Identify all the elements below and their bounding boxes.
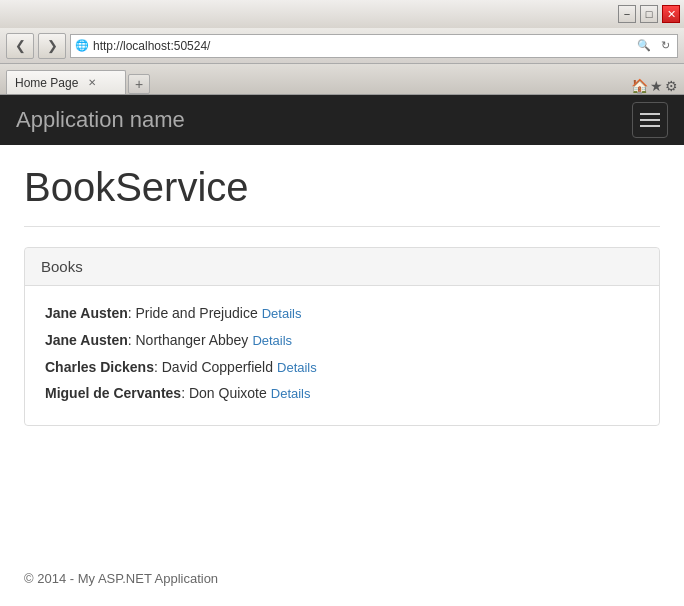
- active-tab[interactable]: Home Page ✕: [6, 70, 126, 94]
- page-icon: 🌐: [75, 39, 89, 52]
- book-title-3: : Don Quixote: [181, 385, 267, 401]
- book-author-2: Charles Dickens: [45, 359, 154, 375]
- address-bar[interactable]: 🌐 http://localhost:50524/ 🔍 ↻: [70, 34, 678, 58]
- hamburger-line-2: [640, 119, 660, 121]
- browser-chrome: − □ ✕ ❮ ❯ 🌐 http://localhost:50524/ 🔍 ↻ …: [0, 0, 684, 95]
- tab-bar: Home Page ✕ + 🏠 ★ ⚙: [0, 64, 684, 94]
- home-icon[interactable]: 🏠: [631, 78, 648, 94]
- book-entry-0: Jane Austen: Pride and PrejudiceDetails: [45, 302, 639, 325]
- page-heading: BookService: [24, 165, 660, 210]
- divider: [24, 226, 660, 227]
- book-author-3: Miguel de Cervantes: [45, 385, 181, 401]
- panel-body: Jane Austen: Pride and PrejudiceDetailsJ…: [25, 286, 659, 425]
- nav-bar: ❮ ❯ 🌐 http://localhost:50524/ 🔍 ↻: [0, 28, 684, 64]
- maximize-button[interactable]: □: [640, 5, 658, 23]
- book-entry-1: Jane Austen: Northanger AbbeyDetails: [45, 329, 639, 352]
- title-bar: − □ ✕: [0, 0, 684, 28]
- favorites-icon[interactable]: ★: [650, 78, 663, 94]
- details-link-2[interactable]: Details: [277, 360, 317, 375]
- new-tab-button[interactable]: +: [128, 74, 150, 94]
- tab-close-button[interactable]: ✕: [88, 77, 96, 88]
- refresh-button[interactable]: ↻: [658, 38, 673, 53]
- app-brand[interactable]: Application name: [16, 107, 185, 133]
- settings-icon[interactable]: ⚙: [665, 78, 678, 94]
- book-author-1: Jane Austen: [45, 332, 128, 348]
- footer-text: © 2014 - My ASP.NET Application: [24, 571, 218, 586]
- book-title-2: : David Copperfield: [154, 359, 273, 375]
- details-link-3[interactable]: Details: [271, 386, 311, 401]
- hamburger-line-1: [640, 113, 660, 115]
- tab-label: Home Page: [15, 76, 78, 90]
- panel-title: Books: [25, 248, 659, 286]
- app-footer: © 2014 - My ASP.NET Application: [0, 551, 242, 606]
- books-panel: Books Jane Austen: Pride and PrejudiceDe…: [24, 247, 660, 426]
- close-button[interactable]: ✕: [662, 5, 680, 23]
- details-link-1[interactable]: Details: [252, 333, 292, 348]
- minimize-button[interactable]: −: [618, 5, 636, 23]
- search-icon[interactable]: 🔍: [634, 38, 654, 53]
- details-link-0[interactable]: Details: [262, 306, 302, 321]
- app-content: BookService Books Jane Austen: Pride and…: [0, 145, 684, 446]
- app-navbar: Application name: [0, 95, 684, 145]
- hamburger-button[interactable]: [632, 102, 668, 138]
- url-text: http://localhost:50524/: [93, 39, 630, 53]
- back-button[interactable]: ❮: [6, 33, 34, 59]
- book-title-0: : Pride and Prejudice: [128, 305, 258, 321]
- book-entry-3: Miguel de Cervantes: Don QuixoteDetails: [45, 382, 639, 405]
- forward-button[interactable]: ❯: [38, 33, 66, 59]
- book-author-0: Jane Austen: [45, 305, 128, 321]
- book-title-1: : Northanger Abbey: [128, 332, 249, 348]
- hamburger-line-3: [640, 125, 660, 127]
- book-entry-2: Charles Dickens: David CopperfieldDetail…: [45, 356, 639, 379]
